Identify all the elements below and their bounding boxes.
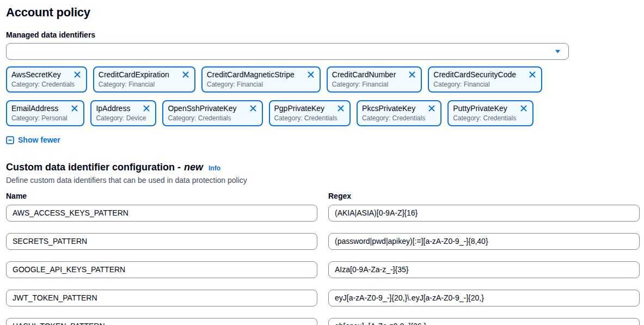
close-icon[interactable] (408, 70, 416, 79)
managed-data-identifiers-select[interactable] (6, 43, 569, 60)
regex-column-label: Regex (328, 192, 640, 200)
chip-category: Category: Financial (433, 81, 537, 89)
chip-category: Category: Financial (99, 81, 190, 89)
identifier-chip: CreditCardNumber Category: Financial (327, 66, 422, 93)
section-description: Define custom data identifiers that can … (6, 176, 640, 185)
chip-label: PuttyPrivateKey (453, 103, 507, 114)
identifier-chip: EmailAddress Category: Personal (6, 100, 84, 126)
identifier-chip: PuttyPrivateKey Category: Credentials (447, 100, 533, 126)
custom-name-input[interactable] (6, 205, 317, 222)
chip-label: CreditCardNumber (332, 69, 396, 80)
custom-name-input[interactable] (6, 233, 317, 250)
chip-label: CreditCardMagneticStripe (207, 69, 295, 80)
section-title-text: Custom data identifier configuration - (6, 162, 181, 173)
identifier-chip: IpAddress Category: Device (90, 100, 156, 126)
account-policy-page: Account policy Managed data identifiers … (0, 0, 644, 325)
custom-name-input[interactable] (6, 318, 317, 325)
close-icon[interactable] (73, 70, 82, 79)
custom-regex-input[interactable] (328, 318, 640, 325)
identifier-chip: CreditCardExpiration Category: Financial (93, 66, 195, 93)
close-icon[interactable] (306, 70, 315, 79)
identifier-chip: OpenSshPrivateKey Category: Credentials (162, 100, 262, 126)
managed-data-identifiers-label: Managed data identifiers (6, 30, 640, 39)
custom-identifier-form: Name Regex (6, 192, 640, 325)
chip-label: CreditCardExpiration (99, 69, 169, 80)
identifier-chip: AwsSecretKey Category: Credentials (6, 66, 87, 93)
chip-category: Category: Device (96, 114, 151, 122)
close-icon[interactable] (427, 104, 436, 113)
show-fewer-label: Show fewer (18, 136, 60, 144)
custom-data-identifier-section: Custom data identifier configuration - n… (6, 162, 640, 325)
close-icon[interactable] (142, 104, 151, 113)
info-link[interactable]: Info (208, 164, 220, 172)
chip-label: OpenSshPrivateKey (168, 103, 236, 114)
name-column-label: Name (6, 192, 317, 200)
identifier-chip: PkcsPrivateKey Category: Credentials (357, 100, 441, 126)
section-title-new-badge: new (184, 162, 203, 173)
custom-regex-input[interactable] (328, 290, 640, 306)
close-icon[interactable] (181, 70, 190, 79)
selected-identifier-chips: AwsSecretKey Category: Credentials Credi… (6, 66, 569, 126)
minus-square-icon (6, 136, 14, 144)
custom-name-input[interactable] (6, 290, 317, 306)
name-column: Name (6, 192, 317, 325)
chip-category: Category: Credentials (362, 114, 436, 122)
close-icon[interactable] (519, 104, 528, 113)
chip-category: Category: Credentials (453, 114, 528, 122)
chip-category: Category: Credentials (11, 81, 82, 89)
chip-category: Category: Financial (332, 81, 416, 89)
identifier-chip: PgpPrivateKey Category: Credentials (269, 100, 351, 126)
page-title: Account policy (6, 5, 640, 20)
regex-column: Regex (328, 192, 640, 325)
chip-category: Category: Credentials (168, 114, 257, 122)
show-fewer-link[interactable]: Show fewer (6, 136, 60, 144)
close-icon[interactable] (70, 104, 79, 113)
chip-label: PgpPrivateKey (274, 103, 325, 114)
close-icon[interactable] (336, 104, 345, 113)
custom-name-input[interactable] (6, 261, 317, 278)
close-icon[interactable] (249, 104, 257, 113)
custom-regex-input[interactable] (328, 233, 640, 250)
chip-category: Category: Financial (207, 81, 315, 89)
chip-label: EmailAddress (11, 103, 58, 114)
custom-regex-input[interactable] (328, 205, 640, 222)
custom-regex-input[interactable] (328, 261, 640, 278)
identifier-chip: CreditCardSecurityCode Category: Financi… (428, 66, 542, 93)
chip-label: CreditCardSecurityCode (433, 69, 516, 80)
chevron-down-icon (554, 48, 561, 54)
chip-category: Category: Personal (11, 114, 79, 122)
close-icon[interactable] (528, 70, 537, 79)
section-title: Custom data identifier configuration - n… (6, 162, 640, 173)
identifier-chip: CreditCardMagneticStripe Category: Finan… (201, 66, 321, 93)
chip-label: AwsSecretKey (11, 69, 61, 80)
chip-label: PkcsPrivateKey (362, 103, 415, 114)
chip-category: Category: Credentials (274, 114, 346, 122)
chip-label: IpAddress (96, 103, 130, 114)
